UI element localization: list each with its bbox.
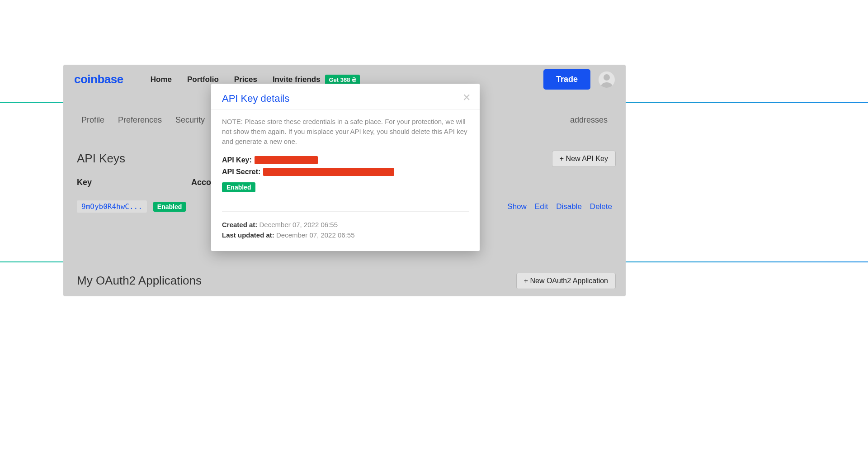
- api-key-label: API Key:: [222, 156, 252, 164]
- updated-at-label: Last updated at:: [222, 231, 274, 239]
- new-oauth-app-button[interactable]: + New OAuth2 Application: [516, 273, 616, 289]
- api-secret-label: API Secret:: [222, 168, 260, 176]
- api-key-id-link[interactable]: 9mOyb0R4hwC...: [77, 200, 147, 213]
- modal-status-pill: Enabled: [222, 182, 255, 192]
- subnav-security[interactable]: Security: [175, 115, 205, 125]
- api-keys-heading: API Keys: [77, 152, 125, 166]
- modal-metadata: Created at: December 07, 2022 06:55 Last…: [222, 220, 469, 240]
- oauth-apps-heading: My OAuth2 Applications: [77, 274, 202, 288]
- nav-invite-label: Invite friends: [273, 75, 321, 84]
- api-key-row-actions: Show Edit Disable Delete: [507, 202, 612, 211]
- updated-at-value: December 07, 2022 06:55: [276, 231, 354, 239]
- action-edit[interactable]: Edit: [535, 202, 548, 211]
- user-avatar-icon[interactable]: [599, 71, 615, 88]
- created-at-value: December 07, 2022 06:55: [259, 221, 338, 228]
- main-nav: Home Portfolio Prices Invite friends Get…: [151, 75, 360, 84]
- coinbase-screenshot-frame: coinbase Home Portfolio Prices Invite fr…: [63, 65, 626, 296]
- api-secret-row-label: API Secret:: [222, 168, 469, 176]
- svg-point-0: [604, 74, 610, 81]
- subnav-preferences[interactable]: Preferences: [118, 115, 162, 125]
- subnav-addresses-fragment[interactable]: addresses: [570, 115, 608, 125]
- new-api-key-button[interactable]: + New API Key: [552, 151, 616, 167]
- nav-home[interactable]: Home: [151, 75, 172, 84]
- modal-warning-note: NOTE: Please store these credentials in …: [222, 117, 469, 146]
- action-show[interactable]: Show: [507, 202, 527, 211]
- created-at-label: Created at:: [222, 221, 257, 228]
- api-key-status-pill: Enabled: [153, 202, 186, 212]
- close-icon[interactable]: ✕: [462, 92, 471, 104]
- trade-button[interactable]: Trade: [543, 69, 590, 90]
- api-key-details-modal: API Key details ✕ NOTE: Please store the…: [211, 84, 480, 251]
- coinbase-logo[interactable]: coinbase: [74, 72, 123, 86]
- nav-invite-friends[interactable]: Invite friends Get 368 ₴: [273, 75, 360, 84]
- modal-title: API Key details: [222, 93, 469, 104]
- nav-portfolio[interactable]: Portfolio: [187, 75, 219, 84]
- action-delete[interactable]: Delete: [590, 202, 612, 211]
- nav-prices[interactable]: Prices: [234, 75, 257, 84]
- api-key-redacted-value: [255, 156, 318, 164]
- action-disable[interactable]: Disable: [556, 202, 582, 211]
- col-key: Key: [77, 178, 92, 187]
- api-secret-redacted-value: [263, 168, 394, 176]
- subnav-profile[interactable]: Profile: [81, 115, 104, 125]
- api-key-row-label: API Key:: [222, 156, 469, 164]
